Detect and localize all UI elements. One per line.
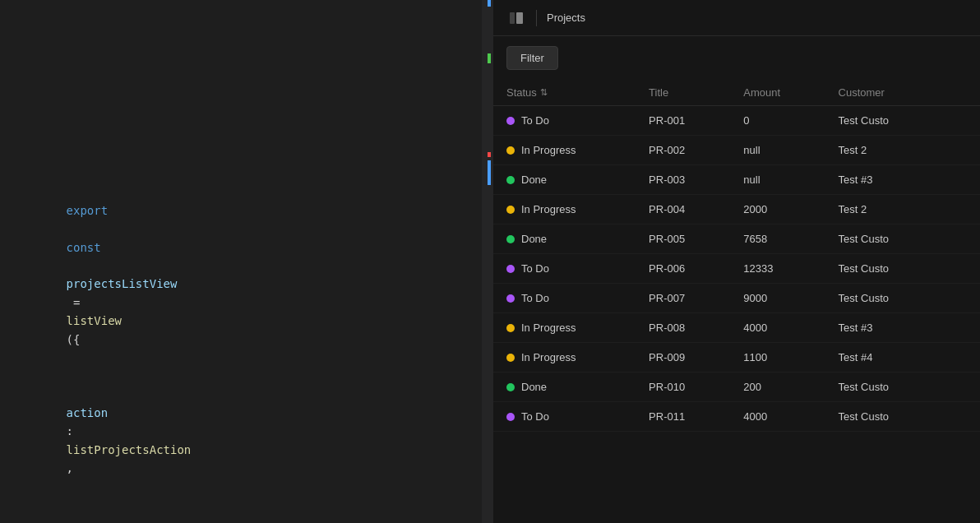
customer-cell: Test 2 <box>825 195 980 224</box>
amount-cell: 1100 <box>730 343 825 373</box>
filter-area: Filter <box>493 36 980 80</box>
filter-button[interactable]: Filter <box>506 46 558 70</box>
status-cell: Done <box>493 224 636 254</box>
table-row[interactable]: To Do PR-001 0 Test Custo <box>493 106 980 136</box>
amount-cell: 7658 <box>730 224 825 254</box>
svg-rect-1 <box>516 12 523 24</box>
title-cell: PR-009 <box>636 343 730 373</box>
projects-table-container[interactable]: Status ⇅ Title Amount Customer To Do PR-… <box>493 80 980 523</box>
status-dot <box>506 146 515 155</box>
column-header-status[interactable]: Status ⇅ <box>493 80 636 106</box>
status-dot <box>506 324 515 332</box>
customer-cell: Test #4 <box>825 343 980 373</box>
status-label: Done <box>521 174 547 186</box>
status-dot <box>506 265 515 273</box>
column-header-title: Title <box>636 80 730 106</box>
projects-table: Status ⇅ Title Amount Customer To Do PR-… <box>493 80 980 432</box>
table-row[interactable]: In Progress PR-004 2000 Test 2 <box>493 195 980 224</box>
title-cell: PR-003 <box>636 165 730 195</box>
status-label: To Do <box>521 262 549 275</box>
amount-cell: null <box>730 165 825 195</box>
customer-cell: Test Custo <box>825 224 980 254</box>
code-line: action : listProjectsAction , <box>25 367 477 496</box>
status-label: To Do <box>521 292 549 304</box>
title-cell: PR-008 <box>636 313 730 343</box>
scroll-marker <box>488 152 491 157</box>
table-row[interactable]: Done PR-003 null Test #3 <box>493 165 980 195</box>
status-label: To Do <box>521 410 549 423</box>
status-cell: In Progress <box>493 343 636 373</box>
table-row[interactable]: In Progress PR-009 1100 Test #4 <box>493 343 980 373</box>
status-dot <box>506 294 515 303</box>
status-cell: In Progress <box>493 313 636 343</box>
table-row[interactable]: In Progress PR-008 4000 Test #3 <box>493 313 980 343</box>
projects-panel: Projects Filter Status ⇅ Title Amount Cu… <box>493 0 980 523</box>
table-row[interactable]: To Do PR-011 4000 Test Custo <box>493 402 980 432</box>
header-divider <box>536 10 537 26</box>
page-title: Projects <box>547 12 585 24</box>
customer-cell: Test Custo <box>825 402 980 432</box>
status-label: Done <box>521 233 547 245</box>
amount-cell: 4000 <box>730 402 825 432</box>
table-body: To Do PR-001 0 Test Custo In Progress PR… <box>493 106 980 432</box>
status-label: In Progress <box>521 203 576 215</box>
title-cell: PR-001 <box>636 106 730 136</box>
amount-cell: 2000 <box>730 195 825 224</box>
code-editor: export const projectsListView = listView… <box>0 0 493 523</box>
amount-cell: null <box>730 136 825 165</box>
amount-cell: 0 <box>730 106 825 136</box>
title-cell: PR-006 <box>636 254 730 284</box>
customer-cell: Test Custo <box>825 284 980 313</box>
status-cell: In Progress <box>493 195 636 224</box>
status-label: In Progress <box>521 144 576 156</box>
table-row[interactable]: To Do PR-006 12333 Test Custo <box>493 254 980 284</box>
code-line <box>25 164 477 183</box>
customer-cell: Test Custo <box>825 106 980 136</box>
table-row[interactable]: To Do PR-007 9000 Test Custo <box>493 284 980 313</box>
status-cell: In Progress <box>493 136 636 165</box>
title-cell: PR-007 <box>636 284 730 313</box>
status-cell: To Do <box>493 284 636 313</box>
table-row[interactable]: Done PR-005 7658 Test Custo <box>493 224 980 254</box>
amount-cell: 4000 <box>730 313 825 343</box>
status-cell: To Do <box>493 254 636 284</box>
scroll-indicators <box>482 0 493 523</box>
status-cell: To Do <box>493 402 636 432</box>
customer-cell: Test #3 <box>825 313 980 343</box>
status-dot <box>506 176 515 184</box>
code-content: export const projectsListView = listView… <box>0 148 493 523</box>
title-cell: PR-011 <box>636 402 730 432</box>
status-label: In Progress <box>521 351 576 363</box>
scroll-marker <box>488 0 491 7</box>
title-cell: PR-002 <box>636 136 730 165</box>
status-dot <box>506 117 515 125</box>
status-dot <box>506 413 515 421</box>
customer-cell: Test Custo <box>825 373 980 402</box>
svg-rect-0 <box>510 12 515 24</box>
status-label: In Progress <box>521 322 576 334</box>
status-dot <box>506 235 515 243</box>
scroll-marker <box>488 160 491 185</box>
status-label: To Do <box>521 114 549 127</box>
column-header-customer: Customer <box>825 80 980 106</box>
column-header-amount: Amount <box>730 80 825 106</box>
customer-cell: Test #3 <box>825 165 980 195</box>
table-row[interactable]: In Progress PR-002 null Test 2 <box>493 136 980 165</box>
code-line: title : "Projects" , <box>25 496 477 523</box>
status-cell: Done <box>493 373 636 402</box>
sidebar-toggle-icon[interactable] <box>506 8 526 28</box>
code-line: export const projectsListView = listView… <box>25 183 477 367</box>
status-dot <box>506 354 515 362</box>
status-cell: Done <box>493 165 636 195</box>
amount-cell: 200 <box>730 373 825 402</box>
status-label: Done <box>521 381 547 393</box>
table-row[interactable]: Done PR-010 200 Test Custo <box>493 373 980 402</box>
status-cell: To Do <box>493 106 636 136</box>
scroll-marker <box>488 53 491 63</box>
keyword: export <box>67 204 109 217</box>
title-cell: PR-010 <box>636 373 730 402</box>
status-dot <box>506 383 515 391</box>
amount-cell: 9000 <box>730 284 825 313</box>
customer-cell: Test 2 <box>825 136 980 165</box>
table-header-row: Status ⇅ Title Amount Customer <box>493 80 980 106</box>
